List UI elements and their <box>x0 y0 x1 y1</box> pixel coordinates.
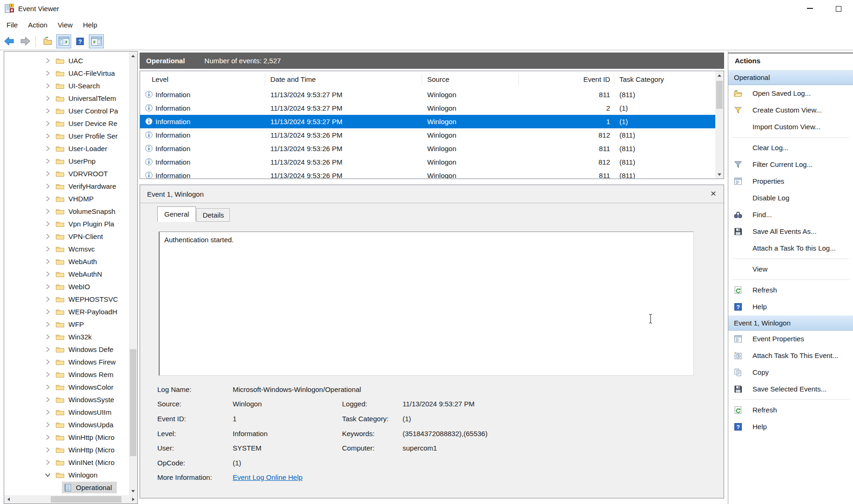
help-button[interactable]: ? <box>73 34 87 48</box>
menu-view[interactable]: View <box>53 18 78 32</box>
event-row[interactable]: Information11/13/2024 9:53:27 PMWinlogon… <box>140 88 715 101</box>
export-button[interactable] <box>40 34 55 48</box>
column-header-level[interactable]: Level <box>152 75 168 83</box>
event-row[interactable]: Information11/13/2024 9:53:27 PMWinlogon… <box>140 101 715 115</box>
tree-item-vpn-client[interactable]: VPN-Client <box>4 230 130 243</box>
import-custom-view-action[interactable]: Import Custom View... <box>728 119 853 135</box>
view-action[interactable]: View <box>728 261 853 278</box>
save-selected-events-action[interactable]: Save Selected Events... <box>728 381 853 398</box>
table-vertical-scrollbar[interactable] <box>715 71 724 179</box>
cell-source: Winlogon <box>427 172 457 179</box>
tree-item-user-loader[interactable]: User-Loader <box>4 142 130 155</box>
chevron-right-icon <box>44 245 51 252</box>
tree-item-windowssyste[interactable]: WindowsSyste <box>4 393 130 406</box>
tree-item-winlogon[interactable]: Winlogon <box>4 469 130 481</box>
tree-item-operational[interactable]: Operational <box>4 481 130 494</box>
refresh-action[interactable]: Refresh <box>728 282 853 298</box>
tree-item-wer-payloadh[interactable]: WER-PayloadH <box>4 305 130 318</box>
tree-item-windows-defe[interactable]: Windows Defe <box>4 343 130 356</box>
column-header-event-id[interactable]: Event ID <box>526 75 610 83</box>
tree-item-winhttp-micro[interactable]: WinHttp (Micro <box>4 431 130 444</box>
filter-current-log-action[interactable]: Filter Current Log... <box>728 156 853 173</box>
column-header-task-category[interactable]: Task Category <box>619 75 664 83</box>
menu-action[interactable]: Action <box>23 18 53 32</box>
tree-horizontal-scrollbar[interactable] <box>4 495 137 504</box>
column-header-source[interactable]: Source <box>427 75 450 83</box>
copy-action[interactable]: Copy <box>728 364 853 381</box>
event-row[interactable]: Information11/13/2024 9:53:26 PMWinlogon… <box>140 142 715 155</box>
tree-item-userpnp[interactable]: UserPnp <box>4 155 130 167</box>
tree-item-volumesnapsh[interactable]: VolumeSnapsh <box>4 205 130 218</box>
scroll-left-icon[interactable] <box>4 495 13 504</box>
tree-item-windowsuiim[interactable]: WindowsUIIm <box>4 406 130 418</box>
event-detail-panel: Event 1, Winlogon × General Details Auth… <box>140 185 724 498</box>
scroll-down-icon[interactable] <box>129 487 137 495</box>
disable-log-action[interactable]: Disable Log <box>728 190 853 206</box>
console-tree-toggle-button[interactable] <box>56 34 71 48</box>
clear-log-action[interactable]: Clear Log... <box>728 139 853 156</box>
folder-icon <box>55 119 65 128</box>
back-button[interactable] <box>1 34 16 48</box>
tree-item-webio[interactable]: WebIO <box>4 280 130 293</box>
scroll-right-icon[interactable] <box>129 495 137 504</box>
action-pane-toggle-button[interactable] <box>89 34 104 48</box>
event-properties-action[interactable]: Event Properties <box>728 331 853 347</box>
scroll-up-icon[interactable] <box>129 52 137 60</box>
tree-item-windowsupda[interactable]: WindowsUpda <box>4 418 130 431</box>
tree-item-windows-firew[interactable]: Windows Firew <box>4 356 130 368</box>
scroll-thumb[interactable] <box>130 349 136 456</box>
tree-item-wininet-micro[interactable]: WinINet (Micro <box>4 456 130 469</box>
save-all-events-as-action[interactable]: Save All Events As... <box>728 223 853 240</box>
minimize-button[interactable] <box>795 0 824 17</box>
tree-vertical-scrollbar[interactable] <box>129 52 137 495</box>
scroll-down-icon[interactable] <box>715 170 724 179</box>
menu-file[interactable]: File <box>1 18 23 32</box>
event-row[interactable]: Information11/13/2024 9:53:27 PMWinlogon… <box>140 115 715 128</box>
tree-item-winhttp-micro[interactable]: WinHttp (Micro <box>4 444 130 456</box>
tree-item-uac-filevirtua[interactable]: UAC-FileVirtua <box>4 67 130 80</box>
actions-section-operational[interactable]: Operational <box>728 70 853 85</box>
tree-item-windowscolor[interactable]: WindowsColor <box>4 381 130 393</box>
actions-section-event-1-winlogon[interactable]: Event 1, Winlogon <box>728 315 853 331</box>
attach-task-to-this-event-action[interactable]: Attach Task To This Event... <box>728 347 853 364</box>
chevron-right-icon <box>44 233 51 240</box>
tree-item-verifyhardware[interactable]: VerifyHardware <box>4 180 130 192</box>
refresh-action[interactable]: Refresh <box>728 402 853 418</box>
tree-item-wfp[interactable]: WFP <box>4 318 130 331</box>
tree-item-user-control-pa[interactable]: User Control Pa <box>4 105 130 117</box>
tree-item-vdrvroot[interactable]: VDRVROOT <box>4 167 130 180</box>
help-action[interactable]: ?Help <box>728 418 853 435</box>
create-custom-view-action[interactable]: Create Custom View... <box>728 102 853 119</box>
scroll-thumb[interactable] <box>716 81 723 109</box>
restore-button[interactable] <box>824 0 853 17</box>
chevron-right-icon <box>44 120 51 127</box>
scroll-up-icon[interactable] <box>715 71 724 80</box>
menu-help[interactable]: Help <box>78 18 102 32</box>
tree-item-win32k[interactable]: Win32k <box>4 331 130 343</box>
tree-item-wcmsvc[interactable]: Wcmsvc <box>4 243 130 255</box>
cell-id: 811 <box>526 172 610 179</box>
attach-a-task-to-this-log-action[interactable]: Attach a Task To this Log... <box>728 240 853 257</box>
tree-item-user-device-re[interactable]: User Device Re <box>4 117 130 130</box>
event-row[interactable]: Information11/13/2024 9:53:26 PMWinlogon… <box>140 169 715 179</box>
tree-item-vpn-plugin-pla[interactable]: Vpn Plugin Pla <box>4 218 130 230</box>
find-action[interactable]: Find... <box>728 206 853 223</box>
tree-item-vhdmp[interactable]: VHDMP <box>4 192 130 205</box>
tree-item-wephostsvc[interactable]: WEPHOSTSVC <box>4 293 130 305</box>
help-action[interactable]: ?Help <box>728 298 853 315</box>
tree-item-universaltelem[interactable]: UniversalTelem <box>4 92 130 105</box>
tree-item-webauthn[interactable]: WebAuthN <box>4 268 130 280</box>
field-value-more-information[interactable]: Event Log Online Help <box>233 473 302 481</box>
event-row[interactable]: Information11/13/2024 9:53:26 PMWinlogon… <box>140 155 715 169</box>
tree-item-ui-search[interactable]: UI-Search <box>4 80 130 92</box>
event-row[interactable]: Information11/13/2024 9:53:26 PMWinlogon… <box>140 128 715 142</box>
tree-item-windows-rem[interactable]: Windows Rem <box>4 368 130 381</box>
column-header-date[interactable]: Date and Time <box>270 75 316 83</box>
scroll-thumb[interactable] <box>51 496 121 503</box>
open-saved-log-action[interactable]: Open Saved Log... <box>728 85 853 102</box>
forward-button[interactable] <box>18 34 33 48</box>
tree-item-uac[interactable]: UAC <box>4 54 130 67</box>
properties-action[interactable]: Properties <box>728 173 853 190</box>
tree-item-user-profile-ser[interactable]: User Profile Ser <box>4 130 130 142</box>
tree-item-webauth[interactable]: WebAuth <box>4 255 130 268</box>
